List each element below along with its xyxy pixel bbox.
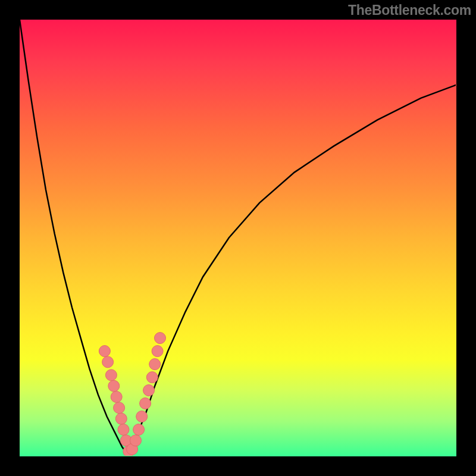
marker-dot [118,424,129,436]
marker-dot [130,435,142,446]
marker-dot [140,398,151,409]
marker-dot [149,359,161,370]
salmon-markers [99,333,165,456]
marker-dot [108,380,120,392]
attribution-text: TheBottleneck.com [348,2,471,18]
marker-dot [99,346,110,357]
marker-dot [152,346,163,357]
curve-right-branch [129,85,456,456]
marker-dot [114,402,125,414]
marker-dot [133,424,145,436]
bottleneck-curve [20,20,456,456]
marker-dot [143,385,155,396]
marker-dot [136,411,148,422]
marker-dot [111,392,122,403]
marker-dot [146,372,158,383]
chart-frame: TheBottleneck.com [0,0,476,476]
marker-dot [115,413,127,424]
marker-dot [155,333,166,344]
marker-dot [102,356,114,368]
marker-dot [105,369,117,381]
chart-svg [20,20,456,456]
